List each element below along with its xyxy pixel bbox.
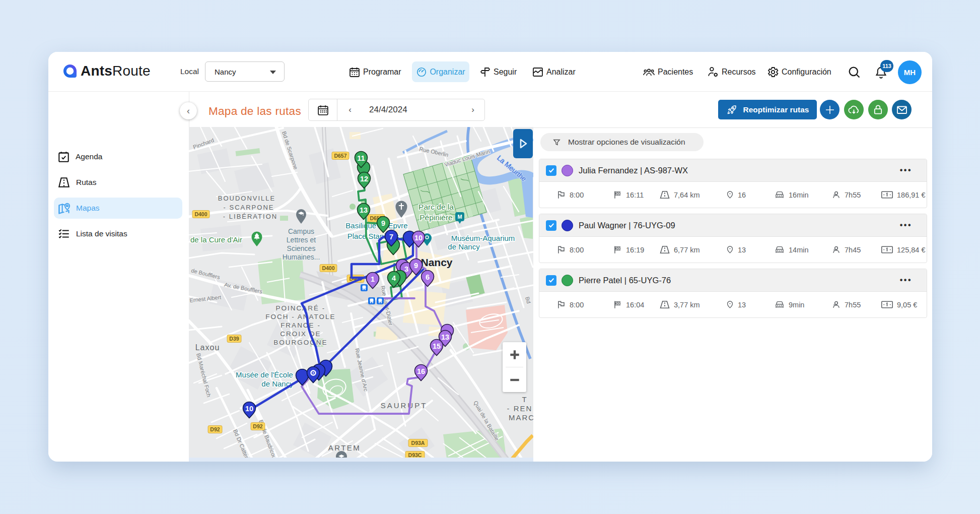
svg-text:16: 16	[417, 367, 425, 375]
svg-text:- REN: - REN	[507, 404, 533, 413]
svg-text:13: 13	[441, 333, 449, 341]
svg-text:D657: D657	[334, 153, 346, 159]
svg-text:Muséum-Aquarium: Muséum-Aquarium	[451, 234, 515, 242]
svg-text:12: 12	[360, 175, 368, 183]
svg-text:FOCH - ANATOLE: FOCH - ANATOLE	[265, 313, 335, 320]
svg-text:4: 4	[392, 274, 396, 282]
svg-text:Laxou: Laxou	[195, 343, 220, 352]
svg-text:D93A: D93A	[411, 440, 425, 446]
svg-text:D93C: D93C	[408, 452, 422, 458]
svg-text:T: T	[522, 395, 527, 404]
svg-text:MARC: MARC	[509, 413, 533, 422]
svg-text:- LIBÉRATION: - LIBÉRATION	[223, 213, 277, 220]
svg-text:Parc de la: Parc de la	[418, 203, 454, 211]
svg-text:D92: D92	[253, 423, 262, 429]
svg-text:11: 11	[357, 154, 365, 162]
svg-text:SAURUPT: SAURUPT	[381, 401, 428, 410]
svg-text:ARTEM: ARTEM	[328, 443, 361, 452]
svg-text:9: 9	[381, 219, 385, 227]
svg-text:7: 7	[389, 233, 393, 241]
svg-text:- SCARPONE: - SCARPONE	[224, 204, 274, 211]
svg-text:Pépinière: Pépinière	[419, 213, 453, 222]
svg-text:1: 1	[371, 275, 375, 283]
svg-text:Nancy: Nancy	[421, 256, 452, 268]
svg-text:POINCARÉ -: POINCARÉ -	[276, 304, 326, 312]
svg-text:de la Cure d'Air: de la Cure d'Air	[190, 235, 242, 244]
svg-text:D400: D400	[322, 265, 334, 271]
svg-text:CROIX DE: CROIX DE	[280, 330, 321, 338]
svg-text:15: 15	[433, 342, 441, 350]
svg-text:D92: D92	[210, 426, 220, 432]
svg-text:3: 3	[404, 265, 408, 273]
svg-text:FRANCE -: FRANCE -	[281, 322, 321, 329]
svg-text:6: 6	[426, 273, 430, 281]
svg-text:Musée de l'École: Musée de l'École	[236, 370, 293, 379]
svg-text:M: M	[457, 214, 462, 220]
svg-text:de Nancy: de Nancy	[448, 242, 480, 251]
svg-text:10: 10	[245, 405, 253, 413]
svg-text:9: 9	[414, 262, 418, 270]
svg-text:Sciences: Sciences	[287, 244, 316, 252]
svg-text:Lettres et: Lettres et	[287, 236, 316, 244]
svg-text:BOUDONVILLE: BOUDONVILLE	[218, 195, 275, 202]
svg-text:10: 10	[414, 234, 423, 242]
svg-text:D39: D39	[229, 336, 239, 342]
svg-text:Humaines...: Humaines...	[283, 253, 320, 261]
svg-text:D400: D400	[194, 211, 207, 217]
svg-text:Campus: Campus	[288, 227, 314, 235]
svg-text:13: 13	[360, 206, 368, 214]
svg-text:BOURGOGNE: BOURGOGNE	[273, 339, 327, 346]
